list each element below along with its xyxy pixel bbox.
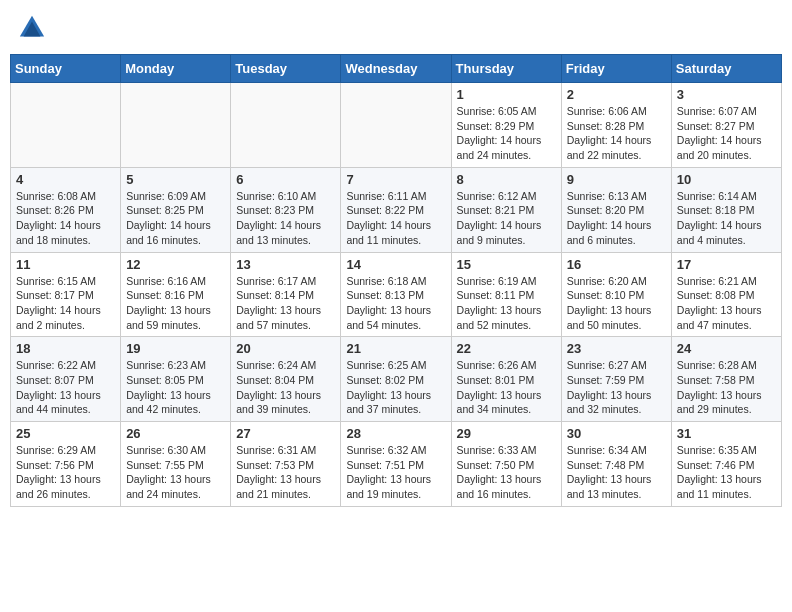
calendar-cell: 12Sunrise: 6:16 AM Sunset: 8:16 PM Dayli…: [121, 252, 231, 337]
day-number: 18: [16, 341, 115, 356]
day-info: Sunrise: 6:10 AM Sunset: 8:23 PM Dayligh…: [236, 189, 335, 248]
calendar-table: SundayMondayTuesdayWednesdayThursdayFrid…: [10, 54, 782, 507]
day-info: Sunrise: 6:27 AM Sunset: 7:59 PM Dayligh…: [567, 358, 666, 417]
day-info: Sunrise: 6:21 AM Sunset: 8:08 PM Dayligh…: [677, 274, 776, 333]
day-info: Sunrise: 6:33 AM Sunset: 7:50 PM Dayligh…: [457, 443, 556, 502]
day-number: 7: [346, 172, 445, 187]
day-number: 19: [126, 341, 225, 356]
calendar-cell: 15Sunrise: 6:19 AM Sunset: 8:11 PM Dayli…: [451, 252, 561, 337]
day-number: 15: [457, 257, 556, 272]
day-number: 11: [16, 257, 115, 272]
weekday-header-sunday: Sunday: [11, 55, 121, 83]
day-number: 13: [236, 257, 335, 272]
calendar-cell: 16Sunrise: 6:20 AM Sunset: 8:10 PM Dayli…: [561, 252, 671, 337]
weekday-header-monday: Monday: [121, 55, 231, 83]
day-info: Sunrise: 6:18 AM Sunset: 8:13 PM Dayligh…: [346, 274, 445, 333]
calendar-cell: 6Sunrise: 6:10 AM Sunset: 8:23 PM Daylig…: [231, 167, 341, 252]
logo: [18, 14, 50, 42]
calendar-cell: 22Sunrise: 6:26 AM Sunset: 8:01 PM Dayli…: [451, 337, 561, 422]
day-info: Sunrise: 6:35 AM Sunset: 7:46 PM Dayligh…: [677, 443, 776, 502]
day-number: 22: [457, 341, 556, 356]
day-info: Sunrise: 6:13 AM Sunset: 8:20 PM Dayligh…: [567, 189, 666, 248]
calendar-cell: 3Sunrise: 6:07 AM Sunset: 8:27 PM Daylig…: [671, 83, 781, 168]
calendar-cell: 13Sunrise: 6:17 AM Sunset: 8:14 PM Dayli…: [231, 252, 341, 337]
day-number: 24: [677, 341, 776, 356]
day-info: Sunrise: 6:05 AM Sunset: 8:29 PM Dayligh…: [457, 104, 556, 163]
day-info: Sunrise: 6:20 AM Sunset: 8:10 PM Dayligh…: [567, 274, 666, 333]
day-info: Sunrise: 6:08 AM Sunset: 8:26 PM Dayligh…: [16, 189, 115, 248]
day-info: Sunrise: 6:16 AM Sunset: 8:16 PM Dayligh…: [126, 274, 225, 333]
day-number: 26: [126, 426, 225, 441]
calendar-cell: 28Sunrise: 6:32 AM Sunset: 7:51 PM Dayli…: [341, 422, 451, 507]
day-info: Sunrise: 6:30 AM Sunset: 7:55 PM Dayligh…: [126, 443, 225, 502]
weekday-header-tuesday: Tuesday: [231, 55, 341, 83]
day-number: 20: [236, 341, 335, 356]
weekday-header-saturday: Saturday: [671, 55, 781, 83]
calendar-cell: 7Sunrise: 6:11 AM Sunset: 8:22 PM Daylig…: [341, 167, 451, 252]
day-info: Sunrise: 6:32 AM Sunset: 7:51 PM Dayligh…: [346, 443, 445, 502]
calendar-week-row: 4Sunrise: 6:08 AM Sunset: 8:26 PM Daylig…: [11, 167, 782, 252]
day-number: 6: [236, 172, 335, 187]
calendar-week-row: 11Sunrise: 6:15 AM Sunset: 8:17 PM Dayli…: [11, 252, 782, 337]
calendar-cell: 14Sunrise: 6:18 AM Sunset: 8:13 PM Dayli…: [341, 252, 451, 337]
day-info: Sunrise: 6:09 AM Sunset: 8:25 PM Dayligh…: [126, 189, 225, 248]
weekday-header-thursday: Thursday: [451, 55, 561, 83]
calendar-cell: 10Sunrise: 6:14 AM Sunset: 8:18 PM Dayli…: [671, 167, 781, 252]
day-info: Sunrise: 6:22 AM Sunset: 8:07 PM Dayligh…: [16, 358, 115, 417]
day-number: 17: [677, 257, 776, 272]
day-info: Sunrise: 6:11 AM Sunset: 8:22 PM Dayligh…: [346, 189, 445, 248]
calendar-cell: 29Sunrise: 6:33 AM Sunset: 7:50 PM Dayli…: [451, 422, 561, 507]
page-header: [10, 10, 782, 46]
calendar-cell: 4Sunrise: 6:08 AM Sunset: 8:26 PM Daylig…: [11, 167, 121, 252]
weekday-header-friday: Friday: [561, 55, 671, 83]
calendar-cell: [231, 83, 341, 168]
calendar-week-row: 1Sunrise: 6:05 AM Sunset: 8:29 PM Daylig…: [11, 83, 782, 168]
calendar-cell: 9Sunrise: 6:13 AM Sunset: 8:20 PM Daylig…: [561, 167, 671, 252]
calendar-cell: 20Sunrise: 6:24 AM Sunset: 8:04 PM Dayli…: [231, 337, 341, 422]
day-number: 16: [567, 257, 666, 272]
calendar-cell: 23Sunrise: 6:27 AM Sunset: 7:59 PM Dayli…: [561, 337, 671, 422]
day-info: Sunrise: 6:23 AM Sunset: 8:05 PM Dayligh…: [126, 358, 225, 417]
day-number: 10: [677, 172, 776, 187]
calendar-cell: 25Sunrise: 6:29 AM Sunset: 7:56 PM Dayli…: [11, 422, 121, 507]
calendar-week-row: 25Sunrise: 6:29 AM Sunset: 7:56 PM Dayli…: [11, 422, 782, 507]
day-number: 30: [567, 426, 666, 441]
day-number: 3: [677, 87, 776, 102]
day-info: Sunrise: 6:24 AM Sunset: 8:04 PM Dayligh…: [236, 358, 335, 417]
day-number: 28: [346, 426, 445, 441]
calendar-cell: 17Sunrise: 6:21 AM Sunset: 8:08 PM Dayli…: [671, 252, 781, 337]
calendar-cell: [11, 83, 121, 168]
logo-icon: [18, 14, 46, 42]
day-info: Sunrise: 6:26 AM Sunset: 8:01 PM Dayligh…: [457, 358, 556, 417]
day-info: Sunrise: 6:25 AM Sunset: 8:02 PM Dayligh…: [346, 358, 445, 417]
calendar-cell: [121, 83, 231, 168]
day-info: Sunrise: 6:14 AM Sunset: 8:18 PM Dayligh…: [677, 189, 776, 248]
calendar-week-row: 18Sunrise: 6:22 AM Sunset: 8:07 PM Dayli…: [11, 337, 782, 422]
day-number: 8: [457, 172, 556, 187]
day-info: Sunrise: 6:28 AM Sunset: 7:58 PM Dayligh…: [677, 358, 776, 417]
day-info: Sunrise: 6:12 AM Sunset: 8:21 PM Dayligh…: [457, 189, 556, 248]
day-number: 31: [677, 426, 776, 441]
day-number: 14: [346, 257, 445, 272]
calendar-cell: 31Sunrise: 6:35 AM Sunset: 7:46 PM Dayli…: [671, 422, 781, 507]
calendar-cell: 19Sunrise: 6:23 AM Sunset: 8:05 PM Dayli…: [121, 337, 231, 422]
day-number: 2: [567, 87, 666, 102]
day-info: Sunrise: 6:19 AM Sunset: 8:11 PM Dayligh…: [457, 274, 556, 333]
weekday-header-wednesday: Wednesday: [341, 55, 451, 83]
day-number: 23: [567, 341, 666, 356]
calendar-cell: 30Sunrise: 6:34 AM Sunset: 7:48 PM Dayli…: [561, 422, 671, 507]
day-info: Sunrise: 6:07 AM Sunset: 8:27 PM Dayligh…: [677, 104, 776, 163]
day-number: 27: [236, 426, 335, 441]
calendar-header-row: SundayMondayTuesdayWednesdayThursdayFrid…: [11, 55, 782, 83]
day-info: Sunrise: 6:17 AM Sunset: 8:14 PM Dayligh…: [236, 274, 335, 333]
day-number: 4: [16, 172, 115, 187]
day-info: Sunrise: 6:06 AM Sunset: 8:28 PM Dayligh…: [567, 104, 666, 163]
day-info: Sunrise: 6:31 AM Sunset: 7:53 PM Dayligh…: [236, 443, 335, 502]
day-number: 5: [126, 172, 225, 187]
day-number: 9: [567, 172, 666, 187]
calendar-cell: 1Sunrise: 6:05 AM Sunset: 8:29 PM Daylig…: [451, 83, 561, 168]
day-info: Sunrise: 6:29 AM Sunset: 7:56 PM Dayligh…: [16, 443, 115, 502]
day-number: 12: [126, 257, 225, 272]
calendar-cell: [341, 83, 451, 168]
day-info: Sunrise: 6:15 AM Sunset: 8:17 PM Dayligh…: [16, 274, 115, 333]
